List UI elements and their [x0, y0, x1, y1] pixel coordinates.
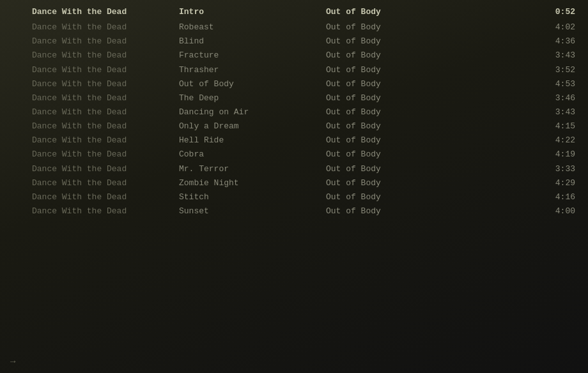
track-album: Out of Body: [326, 78, 473, 91]
track-duration: 4:29: [473, 177, 578, 190]
track-album: Out of Body: [326, 106, 473, 119]
track-title: Stitch: [179, 191, 326, 204]
track-album: Out of Body: [326, 35, 473, 48]
track-duration: 4:16: [473, 191, 578, 204]
track-album: Out of Body: [326, 21, 473, 34]
header-album: Out of Body: [326, 6, 473, 19]
track-row[interactable]: Dance With the Dead The Deep Out of Body…: [0, 91, 588, 105]
track-artist: Dance With the Dead: [32, 177, 179, 190]
track-duration: 4:19: [473, 148, 578, 161]
track-duration: 4:15: [473, 120, 578, 133]
track-title: Fracture: [179, 49, 326, 62]
track-row[interactable]: Dance With the Dead Out of Body Out of B…: [0, 77, 588, 91]
track-artist: Dance With the Dead: [32, 134, 179, 147]
track-album: Out of Body: [326, 120, 473, 133]
track-artist: Dance With the Dead: [32, 205, 179, 218]
track-artist: Dance With the Dead: [32, 92, 179, 105]
track-title: Hell Ride: [179, 134, 326, 147]
track-row[interactable]: Dance With the Dead Robeast Out of Body …: [0, 20, 588, 34]
track-row[interactable]: Dance With the Dead Fracture Out of Body…: [0, 49, 588, 63]
track-duration: 3:43: [473, 106, 578, 119]
track-row[interactable]: Dance With the Dead Blind Out of Body 4:…: [0, 34, 588, 49]
track-artist: Dance With the Dead: [32, 49, 179, 62]
header-duration: 0:52: [473, 6, 578, 19]
track-artist: Dance With the Dead: [32, 64, 179, 77]
track-row[interactable]: Dance With the Dead Hell Ride Out of Bod…: [0, 133, 588, 148]
track-artist: Dance With the Dead: [32, 148, 179, 161]
track-album: Out of Body: [326, 134, 473, 147]
track-duration: 4:02: [473, 21, 578, 34]
track-title: Dancing on Air: [179, 106, 326, 119]
track-album: Out of Body: [326, 177, 473, 190]
bottom-arrow-icon: →: [10, 356, 15, 367]
track-row[interactable]: Dance With the Dead Mr. Terror Out of Bo…: [0, 162, 588, 176]
track-header-row: Dance With the Dead Intro Out of Body 0:…: [0, 5, 588, 20]
track-row[interactable]: Dance With the Dead Dancing on Air Out o…: [0, 105, 588, 119]
track-album: Out of Body: [326, 163, 473, 176]
track-duration: 3:46: [473, 92, 578, 105]
track-row[interactable]: Dance With the Dead Stitch Out of Body 4…: [0, 190, 588, 204]
track-artist: Dance With the Dead: [32, 21, 179, 34]
track-album: Out of Body: [326, 191, 473, 204]
track-artist: Dance With the Dead: [32, 78, 179, 91]
header-artist: Dance With the Dead: [32, 6, 179, 19]
track-title: Cobra: [179, 148, 326, 161]
track-title: Sunset: [179, 205, 326, 218]
track-album: Out of Body: [326, 148, 473, 161]
track-row[interactable]: Dance With the Dead Sunset Out of Body 4…: [0, 204, 588, 218]
track-artist: Dance With the Dead: [32, 106, 179, 119]
track-title: Blind: [179, 35, 326, 48]
track-artist: Dance With the Dead: [32, 35, 179, 48]
track-title: Out of Body: [179, 78, 326, 91]
track-duration: 4:00: [473, 205, 578, 218]
track-artist: Dance With the Dead: [32, 191, 179, 204]
track-album: Out of Body: [326, 49, 473, 62]
track-album: Out of Body: [326, 92, 473, 105]
track-list: Dance With the Dead Intro Out of Body 0:…: [0, 0, 588, 218]
track-row[interactable]: Dance With the Dead Cobra Out of Body 4:…: [0, 148, 588, 162]
track-duration: 4:53: [473, 78, 578, 91]
track-title: Only a Dream: [179, 120, 326, 133]
track-title: The Deep: [179, 92, 326, 105]
track-title: Thrasher: [179, 64, 326, 77]
track-row[interactable]: Dance With the Dead Zombie Night Out of …: [0, 176, 588, 190]
track-title: Zombie Night: [179, 177, 326, 190]
track-title: Mr. Terror: [179, 163, 326, 176]
track-duration: 4:36: [473, 35, 578, 48]
track-album: Out of Body: [326, 64, 473, 77]
track-title: Robeast: [179, 21, 326, 34]
track-row[interactable]: Dance With the Dead Only a Dream Out of …: [0, 119, 588, 133]
track-duration: 3:43: [473, 49, 578, 62]
header-title: Intro: [179, 6, 326, 19]
track-artist: Dance With the Dead: [32, 120, 179, 133]
track-duration: 4:22: [473, 134, 578, 147]
track-album: Out of Body: [326, 205, 473, 218]
track-row[interactable]: Dance With the Dead Thrasher Out of Body…: [0, 63, 588, 77]
track-artist: Dance With the Dead: [32, 163, 179, 176]
track-duration: 3:52: [473, 64, 578, 77]
track-duration: 3:33: [473, 163, 578, 176]
